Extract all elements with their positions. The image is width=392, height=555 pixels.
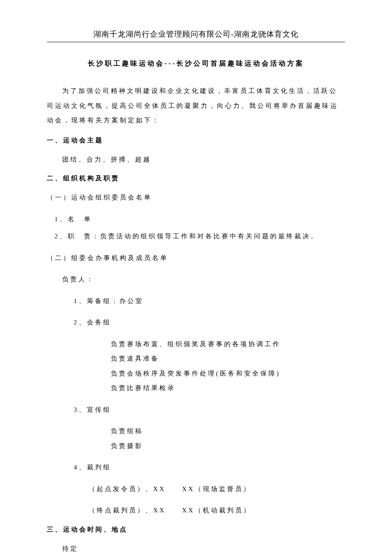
section-1-head: 一、运动会主题 <box>47 136 345 145</box>
section-1-body: 团结、合力、拼搏、超越 <box>47 152 345 167</box>
group-4-item-b: （终点裁判员）、XX XX（机动裁判员） <box>47 503 345 518</box>
section-2-part2-lead: 负责人： <box>47 272 345 287</box>
group-2-item-b: 负责道具准备 <box>47 351 345 366</box>
section-2-head: 二、组织机构及职责 <box>47 174 345 182</box>
group-3: 3、宣传组 <box>47 402 345 417</box>
group-1: 1、筹备组：办公室 <box>47 294 345 309</box>
document-title: 长沙职工趣味运动会---长沙公司首届趣味运动会活动方案 <box>47 59 345 68</box>
group-3-item-a: 负责组稿 <box>47 424 345 439</box>
section-2-part1-line1: 1、名 单 <box>47 212 345 227</box>
group-4: 4、裁判组 <box>47 460 345 475</box>
section-3-head: 三、运动会时间、地点 <box>47 526 345 534</box>
intro-paragraph: 为了加强公司精神文明建设和企业文化建设，丰富员工体育文化生活，活跃公司运动文化气… <box>47 84 345 128</box>
section-3-body: 待定 <box>47 541 345 555</box>
group-2-item-c: 负责会场秩序及突发事件处理(医务和安全保障) <box>47 366 345 381</box>
group-3-item-b: 负责摄影 <box>47 439 345 454</box>
group-4-item-a: （起点发令员）、XX XX（现场监督员） <box>47 482 345 497</box>
section-2-part1-line2: 2、职 责：负责活动的组织领导工作和对各比赛中有关问题的最终裁决。 <box>47 229 345 244</box>
page-header: 湖南千龙湖尚行企业管理顾问有限公司-湖南龙骁体育文化 <box>47 29 345 42</box>
group-2-item-d: 负责比赛结果检录 <box>47 381 345 396</box>
section-2-part2-title: （二）组委会办事机构及成员名单 <box>47 251 345 266</box>
group-2: 2、会务组 <box>47 315 345 330</box>
section-2-part1-title: （一）运动会组织委员会名单 <box>47 190 345 205</box>
document-page: 湖南千龙湖尚行企业管理顾问有限公司-湖南龙骁体育文化 长沙职工趣味运动会---长… <box>0 0 392 555</box>
group-2-item-a: 负责赛场布置、组织颁奖及赛事的各项协调工作 <box>47 337 345 352</box>
